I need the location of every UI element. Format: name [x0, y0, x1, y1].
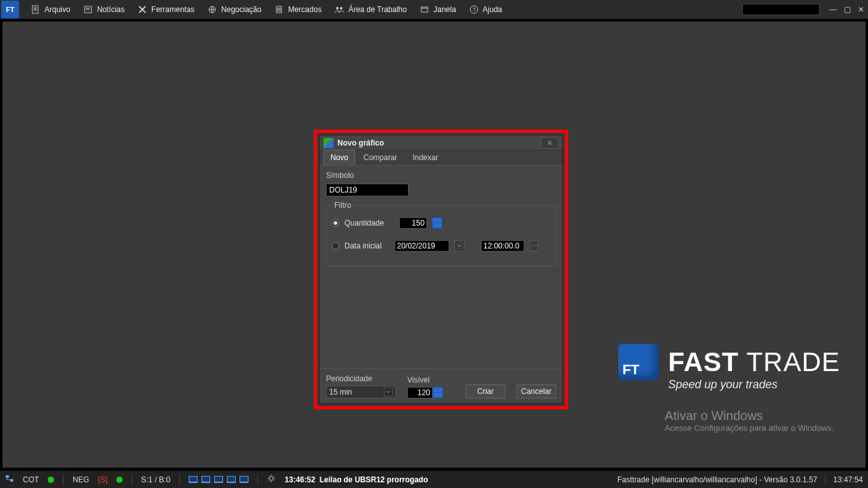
dialog-highlight-frame: Novo gráfico ✕ Novo Comparar Indexar Sím… [314, 130, 568, 409]
filtro-legend: Filtro [332, 201, 354, 210]
svg-line-29 [269, 480, 269, 481]
dialog-close-button[interactable]: ✕ [541, 137, 559, 149]
menu-noticias[interactable]: Notícias [77, 0, 131, 19]
monitor-icon [227, 476, 236, 483]
search-input[interactable] [742, 4, 820, 15]
news-icon [83, 4, 93, 15]
periodicidade-select[interactable]: 15 min [326, 386, 396, 398]
svg-rect-16 [421, 7, 428, 12]
tab-comparar[interactable]: Comparar [356, 150, 404, 165]
status-message: 13:46:52 Leilao de UBSR12 prorrogado [285, 475, 428, 484]
chart-icon [323, 138, 334, 148]
monitor-icons [189, 476, 248, 483]
quantidade-spinner[interactable] [432, 217, 442, 229]
activate-sub: Acesse Configurações para ativar o Windo… [665, 423, 834, 433]
simbolo-input[interactable] [326, 184, 409, 196]
app-logo: FT [1, 1, 19, 18]
status-clock: 13:47:54 [833, 475, 863, 484]
brand-slogan: Speed up your trades [668, 378, 840, 391]
dialog-tabs: Novo Comparar Indexar [320, 151, 562, 166]
monitor-icon [201, 476, 210, 483]
svg-line-30 [273, 476, 274, 477]
quantidade-input[interactable] [399, 217, 427, 229]
status-text: Leilao de UBSR12 prorrogado [320, 475, 428, 484]
status-right: Fasttrade [williancarvalho/williancarval… [617, 475, 817, 484]
tab-indexar[interactable]: Indexar [405, 150, 445, 165]
windows-activate-watermark: Ativar o Windows Acesse Configurações pa… [665, 409, 834, 433]
criar-button[interactable]: Criar [466, 384, 505, 398]
menu-ajuda[interactable]: ? Ajuda [463, 0, 509, 19]
dialog-body: Símbolo Filtro Quantidade Data inicial [320, 166, 562, 369]
svg-line-28 [273, 480, 274, 481]
brand-watermark: FT FAST TRADE Speed up your trades [618, 344, 840, 391]
gear-icon[interactable] [267, 474, 276, 485]
svg-rect-0 [32, 6, 38, 13]
activate-title: Ativar o Windows [665, 409, 834, 423]
document-icon [31, 4, 41, 15]
cancelar-button[interactable]: Cancelar [517, 384, 556, 398]
time-spinner[interactable] [529, 240, 538, 252]
users-icon [334, 4, 344, 15]
menubar: FT Arquivo Notícias Ferramentas Negociaç… [0, 0, 868, 19]
monitor-icon [240, 476, 248, 483]
menu-label: Notícias [97, 5, 125, 14]
menu-label: Área de Trabalho [348, 5, 407, 14]
brand-bold: FAST [668, 347, 738, 377]
datainicial-label: Data inicial [344, 241, 382, 250]
neg-label: NEG [72, 475, 89, 484]
periodicidade-value: 15 min [329, 388, 352, 396]
svg-point-22 [269, 477, 273, 480]
chevron-down-icon [384, 388, 393, 396]
menu-label: Ferramentas [151, 5, 194, 14]
neg-s: [S] [98, 475, 107, 484]
globe-icon [207, 4, 217, 15]
network-icons [5, 475, 14, 484]
brand-cube: FT [618, 344, 659, 381]
svg-text:?: ? [472, 6, 475, 13]
menu-label: Arquivo [44, 5, 71, 14]
cot-led [48, 477, 54, 483]
cot-label: COT [23, 475, 39, 484]
dialog-titlebar: Novo gráfico ✕ [320, 135, 562, 151]
statusbar: COT NEG [S] S:1 / B:0 13:46:52 Leilao de… [0, 470, 868, 488]
menu-label: Mercados [288, 5, 322, 14]
brand-light: TRADE [747, 347, 840, 377]
menu-mercados[interactable]: Mercados [268, 0, 328, 19]
menu-ferramentas[interactable]: Ferramentas [131, 0, 201, 19]
dialog-footer: Periodicidade 15 min Visível [320, 369, 562, 403]
menu-arquivo[interactable]: Arquivo [24, 0, 77, 19]
sb-count: S:1 / B:0 [141, 475, 170, 484]
tools-icon [137, 4, 147, 15]
radio-quantidade[interactable] [332, 219, 339, 227]
menu-negociacao[interactable]: Negociação [201, 0, 268, 19]
dialog-title: Novo gráfico [337, 139, 541, 147]
timeinicial-input[interactable] [481, 240, 524, 252]
periodicidade-label: Periodicidade [326, 374, 396, 383]
tab-novo[interactable]: Novo [323, 150, 355, 165]
building-icon [274, 4, 284, 15]
maximize-button[interactable]: ▢ [840, 3, 854, 17]
workspace: FT FAST TRADE Speed up your trades Ativa… [0, 19, 868, 470]
menu-areadetrabalho[interactable]: Área de Trabalho [328, 0, 413, 19]
menu-label: Negociação [221, 5, 261, 14]
svg-point-15 [340, 7, 342, 10]
help-icon: ? [469, 4, 479, 15]
svg-line-27 [269, 476, 269, 477]
filtro-fieldset: Filtro Quantidade Data inicial [326, 205, 556, 266]
minimize-button[interactable]: — [826, 3, 840, 17]
datainicial-input[interactable] [395, 240, 449, 252]
menu-janela[interactable]: Janela [413, 0, 462, 19]
close-button[interactable]: ✕ [854, 3, 868, 17]
visivel-spinner[interactable] [433, 387, 443, 398]
monitor-icon [189, 476, 198, 483]
neg-led [116, 477, 123, 483]
menu-label: Janela [433, 5, 456, 14]
quantidade-label: Quantidade [344, 219, 384, 227]
simbolo-label: Símbolo [326, 171, 556, 180]
status-time: 13:46:52 [285, 475, 315, 484]
svg-point-14 [336, 7, 339, 10]
radio-datainicial[interactable] [332, 242, 339, 250]
date-dropdown-button[interactable] [454, 240, 465, 252]
visivel-input[interactable] [407, 387, 433, 398]
window-icon [419, 4, 430, 15]
